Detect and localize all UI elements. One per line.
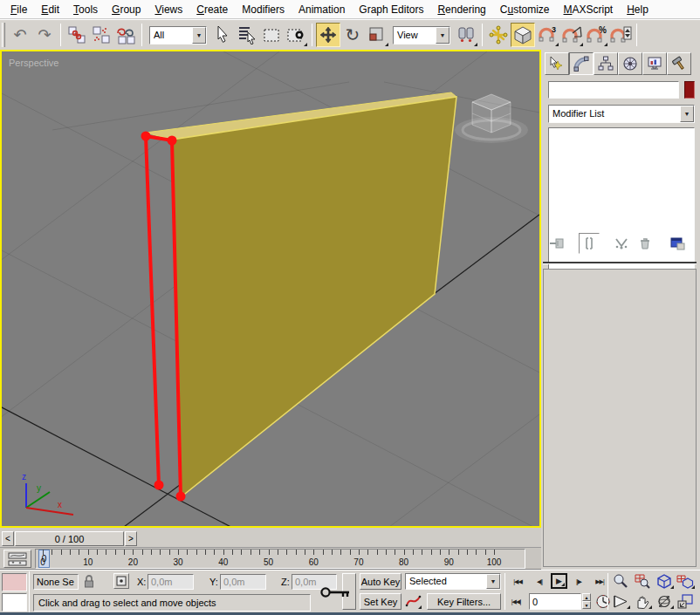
select-and-link-button[interactable] [65,23,89,47]
reference-coordinate-system-dropdown[interactable]: View ▼ [393,26,450,44]
wall-object[interactable] [146,92,456,497]
spinner-up-button[interactable]: ▲ [582,593,591,601]
redo-button[interactable]: ↷ [32,23,57,47]
time-slider-thumb[interactable]: 0 / 100 [15,531,124,546]
menu-graph-editors[interactable]: Graph Editors [352,2,430,17]
next-frame-button[interactable]: ||▶ [570,574,587,589]
track-ruler[interactable]: 0 0102030405060708090100 [35,549,525,569]
menu-customize[interactable]: Customize [493,2,557,17]
y-coordinate-field[interactable] [220,574,266,590]
frame-spinner[interactable]: ▲ ▼ [582,593,591,610]
key-filters-button[interactable]: Key Filters... [427,593,501,610]
vertex-handle[interactable] [154,481,164,490]
bind-to-space-warp-button[interactable] [113,23,138,47]
rollout-area[interactable] [543,269,697,567]
snaps-toggle-button[interactable] [511,23,535,47]
configure-modifier-sets-button[interactable] [667,233,688,254]
go-to-end-button[interactable]: ▶▶| [591,574,608,589]
select-object-button[interactable] [210,23,235,47]
vertex-handle[interactable] [168,136,177,146]
undo-button[interactable]: ↶ [8,23,32,47]
selection-filter-arrow[interactable]: ▼ [192,27,206,44]
menu-modifiers[interactable]: Modifiers [235,2,292,17]
show-end-result-button[interactable] [579,233,600,254]
view-cube[interactable] [455,94,528,143]
key-mode-dropdown[interactable]: Selected ▼ [405,573,501,590]
go-to-start-button[interactable]: |◀◀ [509,574,526,589]
window-crossing-toggle-button[interactable] [284,23,308,47]
open-mini-curve-editor-button[interactable] [3,550,31,568]
modifier-list-arrow[interactable]: ▼ [680,106,694,122]
select-and-scale-button[interactable] [365,23,389,47]
menu-maxscript[interactable]: MAXScript [557,2,621,17]
set-keys-button[interactable] [316,579,356,605]
previous-frame-button[interactable]: ◀|| [531,574,548,589]
set-key-button[interactable]: Set Key [360,593,401,610]
previous-frame-arrow[interactable]: < [2,531,14,546]
spinner-snap-toggle-button[interactable] [608,23,633,47]
menu-create[interactable]: Create [189,2,235,17]
modifier-list-dropdown[interactable]: Modifier List ▼ [548,105,695,123]
absolute-offset-mode-toggle[interactable] [113,573,129,589]
pin-stack-button[interactable] [546,233,567,254]
toolbar-grip[interactable] [2,23,5,47]
angle-snap-toggle-button[interactable]: 3 [535,23,559,47]
object-name-field[interactable] [548,81,679,99]
use-pivot-point-center-button[interactable] [454,23,478,47]
zoom-magnifier-icon [612,573,629,590]
vertex-handle[interactable] [141,132,151,141]
percent-snap-toggle-button[interactable]: % [584,23,608,47]
select-by-name-button[interactable] [235,23,259,47]
zoom-button[interactable] [612,573,631,590]
tab-modify[interactable] [569,52,594,75]
select-and-rotate-button[interactable]: ↻ [340,23,365,47]
play-button[interactable]: ▶ [551,573,567,589]
menu-file[interactable]: File [3,2,34,17]
auto-key-button[interactable]: Auto Key [360,573,401,590]
object-color-swatch[interactable] [684,81,695,99]
zoom-extents-button[interactable] [655,573,675,590]
make-unique-button[interactable] [611,233,632,254]
unlink-selection-button[interactable] [89,23,113,47]
perspective-viewport[interactable]: z y x Perspective [0,50,541,528]
zoom-all-button[interactable] [634,573,653,590]
key-mode-toggle-button[interactable]: |◀◀| [506,594,525,609]
key-mode-arrow[interactable]: ▼ [486,574,500,589]
menu-group[interactable]: Group [105,2,148,17]
utilities-icon [671,56,687,72]
remove-modifier-button[interactable] [635,233,655,254]
pan-view-button[interactable] [634,593,653,610]
select-and-move-button[interactable] [316,23,340,47]
menu-views[interactable]: Views [148,2,189,17]
select-and-manipulate-button[interactable] [486,23,511,47]
viewport-label[interactable]: Perspective [9,58,58,68]
spinner-down-button[interactable]: ▼ [582,601,591,609]
angle-snap-rotate-button[interactable] [559,23,584,47]
vertex-handle[interactable] [176,492,186,502]
selection-filter-dropdown[interactable]: All ▼ [149,26,207,44]
menu-help[interactable]: Help [620,2,655,17]
default-tangent-button[interactable] [405,593,422,610]
selection-lock-toggle[interactable] [83,574,97,590]
zoom-extents-all-button[interactable] [676,573,696,590]
tab-utilities[interactable] [667,52,691,75]
tab-hierarchy[interactable] [594,52,618,75]
rectangular-selection-region-button[interactable] [259,23,284,47]
menu-tools[interactable]: Tools [66,2,105,17]
macro-recorder-line[interactable] [2,573,27,591]
next-frame-arrow[interactable]: > [125,531,137,546]
current-frame-field[interactable] [529,593,581,610]
menu-animation[interactable]: Animation [292,2,352,17]
tab-motion[interactable] [618,52,642,75]
time-configuration-button[interactable] [595,593,611,610]
maxscript-listener-line[interactable] [2,593,27,612]
min-max-toggle-button[interactable] [676,593,696,610]
arc-rotate-button[interactable] [655,593,675,610]
tab-display[interactable] [642,52,667,75]
tab-create[interactable] [545,52,569,75]
field-of-view-button[interactable] [612,593,631,610]
x-coordinate-field[interactable] [148,574,194,590]
menu-rendering[interactable]: Rendering [430,2,492,17]
coord-system-arrow[interactable]: ▼ [436,27,450,44]
menu-edit[interactable]: Edit [34,2,66,17]
